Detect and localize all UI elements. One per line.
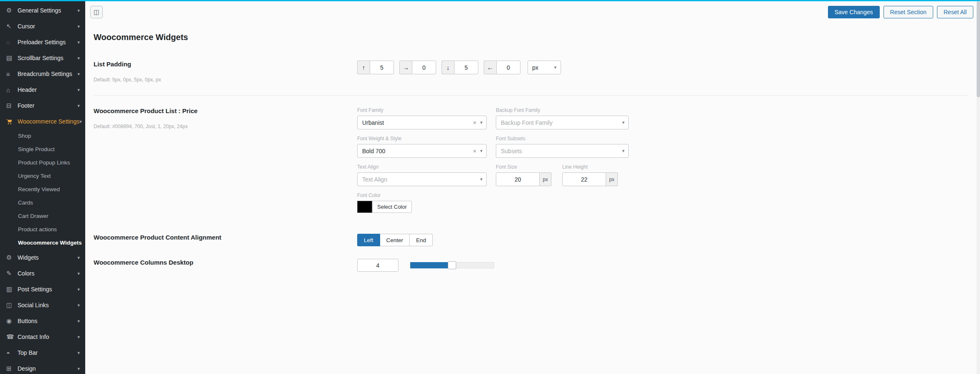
font-weight-select[interactable]: Bold 700 × ▾ bbox=[357, 144, 487, 158]
sidebar-subitem-product-popup-links[interactable]: Product Popup Links bbox=[0, 156, 85, 169]
arrow-up-icon[interactable]: ↑ bbox=[357, 61, 370, 74]
chevron-down-icon: ▾ bbox=[77, 287, 80, 292]
color-swatch[interactable] bbox=[357, 201, 372, 213]
sidebar-item-label: General Settings bbox=[18, 7, 77, 14]
cursor-icon: ↖ bbox=[6, 23, 18, 30]
sidebar-subitem-cart-drawer[interactable]: Cart Drawer bbox=[0, 210, 85, 223]
top-bar-icon: ◓ bbox=[6, 349, 18, 356]
padding-unit-select[interactable]: px ▾ bbox=[528, 61, 561, 74]
line-height-unit: px bbox=[606, 172, 618, 186]
sidebar-item-label: Woocommerce Settings bbox=[18, 118, 79, 125]
panel-toggle-button[interactable]: ◫ bbox=[90, 6, 103, 18]
save-changes-button[interactable]: Save Changes bbox=[828, 6, 880, 18]
sidebar-item-social-links[interactable]: ◫ Social Links ▾ bbox=[0, 297, 85, 313]
slider-track bbox=[456, 262, 494, 268]
sidebar-item-buttons[interactable]: ◉ Buttons ▾ bbox=[0, 313, 85, 329]
list-padding-label: List Padding bbox=[94, 61, 336, 68]
sidebar-subitem-recently-viewed[interactable]: Recently Viewed bbox=[0, 183, 85, 196]
sidebar-item-contact-info[interactable]: ☎ Contact Info ▾ bbox=[0, 329, 85, 345]
reset-all-button[interactable]: Reset All bbox=[937, 6, 973, 18]
slider-handle[interactable] bbox=[448, 261, 456, 269]
font-weight-label: Font Weight & Style bbox=[357, 136, 487, 142]
columns-input[interactable] bbox=[357, 259, 399, 272]
text-align-field: Text Align Text Align ▾ bbox=[357, 164, 487, 186]
sidebar-item-breadcrumb-settings[interactable]: ≡ Breadcrumb Settings ▾ bbox=[0, 66, 85, 82]
font-size-unit: px bbox=[540, 172, 551, 186]
sidebar-item-label: Footer bbox=[18, 102, 77, 109]
toolbar-actions: Save Changes Reset Section Reset All bbox=[828, 6, 973, 18]
chevron-down-icon: ▾ bbox=[77, 103, 80, 109]
list-padding-default-note: Default: 5px, 0px, 5px, 0px, px bbox=[94, 77, 336, 83]
chevron-down-icon: ▾ bbox=[77, 56, 80, 61]
colors-icon: ✎ bbox=[6, 270, 18, 277]
sidebar-subitem-urgency-text[interactable]: Urgency Text bbox=[0, 169, 85, 183]
align-left-button[interactable]: Left bbox=[357, 234, 380, 246]
clear-icon[interactable]: × bbox=[473, 119, 476, 126]
chevron-down-icon: ▾ bbox=[622, 148, 625, 154]
gear-icon: ⚙ bbox=[6, 7, 18, 14]
text-align-select[interactable]: Text Align ▾ bbox=[357, 172, 487, 186]
font-size-field: Font Size px bbox=[496, 164, 551, 186]
font-size-input[interactable] bbox=[496, 172, 540, 186]
chevron-down-icon: ▾ bbox=[77, 71, 80, 77]
padding-bottom-input[interactable] bbox=[454, 61, 478, 74]
arrow-right-icon[interactable]: → bbox=[399, 61, 412, 74]
post-settings-icon: ▥ bbox=[6, 286, 18, 293]
arrow-left-icon[interactable]: ← bbox=[484, 61, 496, 74]
font-family-select[interactable]: Urbanist × ▾ bbox=[357, 116, 487, 129]
font-family-field: Font Family Urbanist × ▾ bbox=[357, 107, 487, 129]
screen: ⚙ General Settings ▾ ↖ Cursor ▾ ◌ Preloa… bbox=[0, 0, 980, 374]
sidebar-item-label: Widgets bbox=[18, 254, 77, 261]
scrollbar-thumb[interactable] bbox=[977, 1, 980, 97]
sidebar-item-label: Buttons bbox=[18, 318, 77, 324]
sidebar-item-label: Design bbox=[18, 365, 77, 372]
padding-right-input[interactable] bbox=[412, 61, 436, 74]
font-weight-field: Font Weight & Style Bold 700 × ▾ bbox=[357, 136, 487, 158]
sidebar-item-footer[interactable]: ⊟ Footer ▾ bbox=[0, 98, 85, 114]
sidebar-item-post-settings[interactable]: ▥ Post Settings ▾ bbox=[0, 281, 85, 297]
sidebar-subitem-single-product[interactable]: Single Product bbox=[0, 143, 85, 156]
padding-left-input[interactable] bbox=[496, 61, 520, 74]
sidebar-item-label: Top Bar bbox=[18, 349, 77, 356]
clear-icon[interactable]: × bbox=[473, 148, 476, 154]
sidebar-subitem-cards[interactable]: Cards bbox=[0, 196, 85, 210]
text-align-label: Text Align bbox=[357, 164, 487, 170]
sidebar-item-header[interactable]: ⌂ Header ▾ bbox=[0, 82, 85, 98]
chevron-down-icon: ▾ bbox=[77, 271, 80, 276]
sidebar-subitem-woocommerce-widgets[interactable]: Woocommerce Widgets bbox=[0, 236, 85, 250]
sidebar-item-design[interactable]: ⊞ Design ▾ bbox=[0, 361, 85, 374]
columns-slider[interactable] bbox=[410, 262, 494, 268]
chevron-down-icon: ▾ bbox=[79, 119, 82, 124]
sidebar-item-scrollbar-settings[interactable]: ▤ Scrollbar Settings ▾ bbox=[0, 50, 85, 66]
sidebar-item-colors[interactable]: ✎ Colors ▾ bbox=[0, 265, 85, 281]
align-center-button[interactable]: Center bbox=[380, 234, 410, 246]
sidebar-item-widgets[interactable]: ⚙ Widgets ▾ bbox=[0, 250, 85, 265]
backup-font-family-select[interactable]: Backup Font Family ▾ bbox=[496, 116, 629, 129]
sidebar-subitem-shop[interactable]: Shop bbox=[0, 129, 85, 143]
sidebar-item-label: Scrollbar Settings bbox=[18, 55, 77, 61]
sidebar-item-label: Cursor bbox=[18, 23, 77, 30]
line-height-input[interactable] bbox=[562, 172, 606, 186]
setting-row-list-padding: List Padding Default: 5px, 0px, 5px, 0px… bbox=[94, 61, 969, 83]
sidebar-item-preloader-settings[interactable]: ◌ Preloader Settings ▾ bbox=[0, 34, 85, 50]
select-color-button[interactable]: Select Color bbox=[372, 201, 412, 213]
arrow-down-icon[interactable]: ↓ bbox=[442, 61, 454, 74]
sidebar-item-label: Social Links bbox=[18, 302, 77, 308]
chevron-down-icon: ▾ bbox=[77, 24, 80, 29]
typography-fields: Font Family Urbanist × ▾ Backup Font Fam… bbox=[357, 107, 969, 213]
line-height-label: Line Height bbox=[562, 164, 618, 170]
chevron-down-icon: ▾ bbox=[480, 177, 482, 182]
sidebar-item-general-settings[interactable]: ⚙ General Settings ▾ bbox=[0, 3, 85, 18]
scrollbar[interactable] bbox=[977, 1, 980, 374]
top-accent-line bbox=[0, 0, 980, 1]
sidebar-item-cursor[interactable]: ↖ Cursor ▾ bbox=[0, 18, 85, 34]
chevron-down-icon: ▾ bbox=[77, 40, 80, 45]
buttons-icon: ◉ bbox=[6, 317, 18, 325]
sidebar-item-woocommerce-settings[interactable]: Woocommerce Settings ▾ bbox=[0, 114, 85, 129]
sidebar-item-top-bar[interactable]: ◓ Top Bar ▾ bbox=[0, 345, 85, 361]
sidebar-subitem-product-actions[interactable]: Product actions bbox=[0, 223, 85, 236]
padding-top-input[interactable] bbox=[370, 61, 394, 74]
reset-section-button[interactable]: Reset Section bbox=[884, 6, 933, 18]
font-subsets-select[interactable]: Subsets ▾ bbox=[496, 144, 629, 158]
align-end-button[interactable]: End bbox=[409, 234, 433, 246]
